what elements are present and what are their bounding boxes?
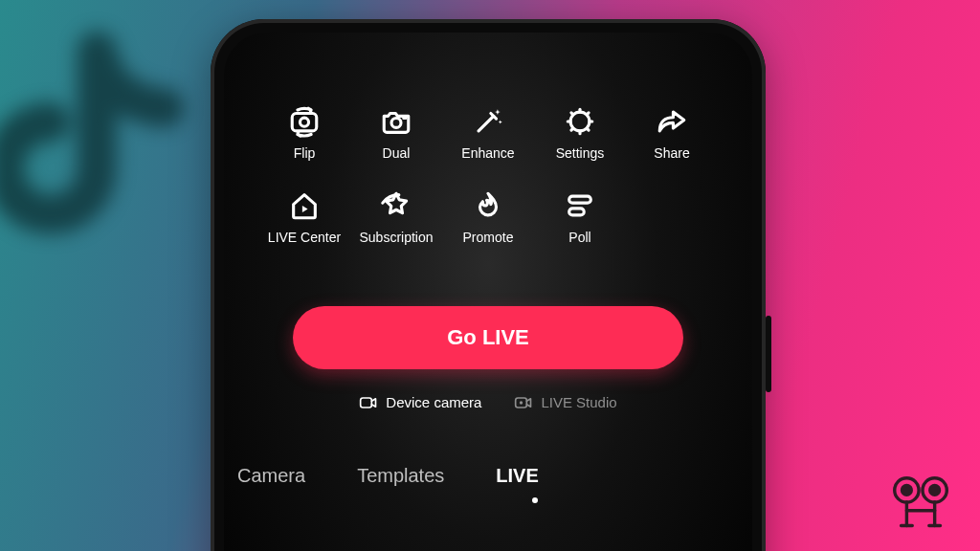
tool-label: Settings: [556, 145, 605, 161]
mode-indicator-dot: [532, 497, 538, 503]
svg-rect-14: [569, 209, 585, 215]
go-live-label: Go LIVE: [447, 325, 529, 350]
svg-point-2: [391, 118, 401, 127]
magic-wand-icon: [472, 105, 504, 138]
svg-rect-13: [569, 196, 591, 203]
flip-camera-icon: [288, 105, 321, 138]
svg-point-17: [520, 401, 523, 404]
svg-rect-0: [292, 114, 317, 131]
tool-subscription[interactable]: Subscription: [354, 189, 438, 245]
svg-point-1: [300, 118, 308, 126]
star-swirl-icon: [380, 189, 412, 222]
tool-settings[interactable]: Settings: [538, 105, 622, 161]
svg-line-9: [571, 113, 573, 115]
tool-flip[interactable]: Flip: [262, 105, 346, 161]
tool-label: Dual: [383, 145, 411, 161]
video-camera-icon: [359, 395, 378, 410]
tool-label: Share: [654, 145, 689, 161]
tool-label: Subscription: [359, 230, 433, 245]
tool-share[interactable]: Share: [630, 105, 714, 161]
capture-mode-tabs: Camera Templates LIVE: [224, 465, 752, 487]
svg-line-12: [587, 113, 589, 115]
live-tools-grid: Flip Dual Enhance: [262, 105, 714, 245]
svg-point-21: [930, 486, 940, 496]
tool-enhance[interactable]: Enhance: [446, 105, 530, 161]
tool-label: Promote: [463, 230, 514, 245]
flame-icon: [472, 189, 504, 222]
house-play-icon: [288, 189, 321, 222]
phone-screen: Flip Dual Enhance: [224, 33, 752, 551]
tool-label: Enhance: [461, 145, 514, 161]
phone-mockup: Flip Dual Enhance: [211, 19, 766, 551]
live-studio-icon: [514, 395, 533, 410]
tool-label: LIVE Center: [268, 230, 341, 245]
settings-icon: [564, 105, 596, 138]
watermark-robot: [884, 471, 959, 538]
poll-icon: [564, 189, 596, 222]
source-device-camera[interactable]: Device camera: [359, 394, 481, 410]
share-arrow-icon: [656, 105, 688, 138]
svg-rect-15: [361, 398, 372, 408]
mode-camera[interactable]: Camera: [237, 465, 305, 487]
svg-line-11: [571, 128, 573, 130]
dual-camera-icon: [380, 105, 412, 138]
tool-label: Poll: [568, 230, 590, 245]
tool-label: Flip: [294, 145, 316, 161]
live-source-row: Device camera LIVE Studio: [224, 394, 752, 410]
svg-line-10: [587, 128, 589, 130]
svg-point-20: [902, 486, 912, 496]
source-label: Device camera: [386, 394, 481, 410]
tiktok-logo-blur: [0, 19, 211, 268]
tool-dual[interactable]: Dual: [354, 105, 438, 161]
go-live-button[interactable]: Go LIVE: [293, 306, 683, 369]
mode-templates[interactable]: Templates: [357, 465, 444, 487]
source-live-studio[interactable]: LIVE Studio: [514, 394, 616, 410]
tool-promote[interactable]: Promote: [446, 189, 530, 245]
mode-live[interactable]: LIVE: [496, 465, 538, 487]
tool-live-center[interactable]: LIVE Center: [262, 189, 346, 245]
tool-poll[interactable]: Poll: [538, 189, 622, 245]
source-label: LIVE Studio: [541, 394, 616, 410]
